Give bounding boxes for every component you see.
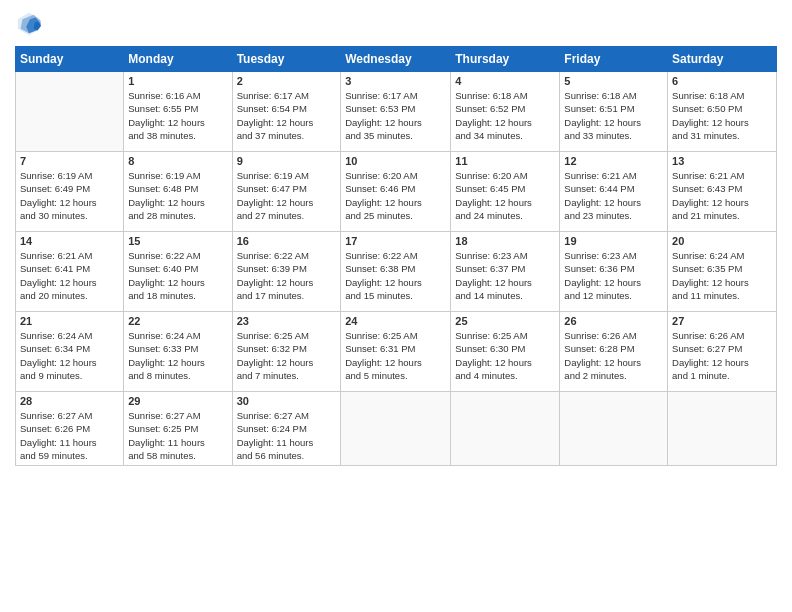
calendar-cell <box>560 392 668 466</box>
day-info: Sunrise: 6:20 AMSunset: 6:45 PMDaylight:… <box>455 169 555 222</box>
day-info: Sunrise: 6:26 AMSunset: 6:28 PMDaylight:… <box>564 329 663 382</box>
weekday-header-thursday: Thursday <box>451 47 560 72</box>
calendar-cell: 8Sunrise: 6:19 AMSunset: 6:48 PMDaylight… <box>124 152 232 232</box>
day-number: 2 <box>237 75 337 87</box>
weekday-header-tuesday: Tuesday <box>232 47 341 72</box>
calendar-cell: 5Sunrise: 6:18 AMSunset: 6:51 PMDaylight… <box>560 72 668 152</box>
day-number: 29 <box>128 395 227 407</box>
day-info: Sunrise: 6:21 AMSunset: 6:44 PMDaylight:… <box>564 169 663 222</box>
day-info: Sunrise: 6:19 AMSunset: 6:48 PMDaylight:… <box>128 169 227 222</box>
calendar-cell: 29Sunrise: 6:27 AMSunset: 6:25 PMDayligh… <box>124 392 232 466</box>
day-number: 13 <box>672 155 772 167</box>
day-number: 19 <box>564 235 663 247</box>
calendar-cell: 11Sunrise: 6:20 AMSunset: 6:45 PMDayligh… <box>451 152 560 232</box>
weekday-header-wednesday: Wednesday <box>341 47 451 72</box>
day-info: Sunrise: 6:27 AMSunset: 6:24 PMDaylight:… <box>237 409 337 462</box>
calendar-cell: 7Sunrise: 6:19 AMSunset: 6:49 PMDaylight… <box>16 152 124 232</box>
calendar-cell: 19Sunrise: 6:23 AMSunset: 6:36 PMDayligh… <box>560 232 668 312</box>
week-row-4: 21Sunrise: 6:24 AMSunset: 6:34 PMDayligh… <box>16 312 777 392</box>
day-info: Sunrise: 6:20 AMSunset: 6:46 PMDaylight:… <box>345 169 446 222</box>
day-number: 25 <box>455 315 555 327</box>
day-info: Sunrise: 6:21 AMSunset: 6:41 PMDaylight:… <box>20 249 119 302</box>
day-number: 21 <box>20 315 119 327</box>
day-number: 20 <box>672 235 772 247</box>
weekday-header-friday: Friday <box>560 47 668 72</box>
week-row-3: 14Sunrise: 6:21 AMSunset: 6:41 PMDayligh… <box>16 232 777 312</box>
day-info: Sunrise: 6:22 AMSunset: 6:38 PMDaylight:… <box>345 249 446 302</box>
day-number: 8 <box>128 155 227 167</box>
day-number: 23 <box>237 315 337 327</box>
calendar-cell: 30Sunrise: 6:27 AMSunset: 6:24 PMDayligh… <box>232 392 341 466</box>
calendar-cell: 16Sunrise: 6:22 AMSunset: 6:39 PMDayligh… <box>232 232 341 312</box>
week-row-2: 7Sunrise: 6:19 AMSunset: 6:49 PMDaylight… <box>16 152 777 232</box>
calendar-cell: 9Sunrise: 6:19 AMSunset: 6:47 PMDaylight… <box>232 152 341 232</box>
calendar-cell: 4Sunrise: 6:18 AMSunset: 6:52 PMDaylight… <box>451 72 560 152</box>
calendar-cell: 23Sunrise: 6:25 AMSunset: 6:32 PMDayligh… <box>232 312 341 392</box>
day-info: Sunrise: 6:24 AMSunset: 6:33 PMDaylight:… <box>128 329 227 382</box>
weekday-header-saturday: Saturday <box>668 47 777 72</box>
weekday-header-row: SundayMondayTuesdayWednesdayThursdayFrid… <box>16 47 777 72</box>
day-info: Sunrise: 6:22 AMSunset: 6:40 PMDaylight:… <box>128 249 227 302</box>
day-info: Sunrise: 6:24 AMSunset: 6:34 PMDaylight:… <box>20 329 119 382</box>
calendar-cell <box>451 392 560 466</box>
day-info: Sunrise: 6:25 AMSunset: 6:31 PMDaylight:… <box>345 329 446 382</box>
day-info: Sunrise: 6:27 AMSunset: 6:26 PMDaylight:… <box>20 409 119 462</box>
day-info: Sunrise: 6:18 AMSunset: 6:50 PMDaylight:… <box>672 89 772 142</box>
day-info: Sunrise: 6:26 AMSunset: 6:27 PMDaylight:… <box>672 329 772 382</box>
day-number: 3 <box>345 75 446 87</box>
calendar-cell: 12Sunrise: 6:21 AMSunset: 6:44 PMDayligh… <box>560 152 668 232</box>
day-number: 5 <box>564 75 663 87</box>
logo <box>15 10 47 38</box>
day-info: Sunrise: 6:25 AMSunset: 6:32 PMDaylight:… <box>237 329 337 382</box>
day-number: 12 <box>564 155 663 167</box>
day-number: 22 <box>128 315 227 327</box>
calendar-cell: 13Sunrise: 6:21 AMSunset: 6:43 PMDayligh… <box>668 152 777 232</box>
day-info: Sunrise: 6:23 AMSunset: 6:37 PMDaylight:… <box>455 249 555 302</box>
calendar-cell: 15Sunrise: 6:22 AMSunset: 6:40 PMDayligh… <box>124 232 232 312</box>
day-info: Sunrise: 6:19 AMSunset: 6:49 PMDaylight:… <box>20 169 119 222</box>
page: SundayMondayTuesdayWednesdayThursdayFrid… <box>0 0 792 612</box>
day-number: 24 <box>345 315 446 327</box>
day-info: Sunrise: 6:18 AMSunset: 6:51 PMDaylight:… <box>564 89 663 142</box>
day-info: Sunrise: 6:17 AMSunset: 6:54 PMDaylight:… <box>237 89 337 142</box>
calendar-cell: 26Sunrise: 6:26 AMSunset: 6:28 PMDayligh… <box>560 312 668 392</box>
calendar-cell: 21Sunrise: 6:24 AMSunset: 6:34 PMDayligh… <box>16 312 124 392</box>
day-number: 10 <box>345 155 446 167</box>
calendar-cell <box>16 72 124 152</box>
day-number: 27 <box>672 315 772 327</box>
day-number: 18 <box>455 235 555 247</box>
day-info: Sunrise: 6:25 AMSunset: 6:30 PMDaylight:… <box>455 329 555 382</box>
calendar-cell: 3Sunrise: 6:17 AMSunset: 6:53 PMDaylight… <box>341 72 451 152</box>
day-number: 17 <box>345 235 446 247</box>
week-row-5: 28Sunrise: 6:27 AMSunset: 6:26 PMDayligh… <box>16 392 777 466</box>
day-info: Sunrise: 6:17 AMSunset: 6:53 PMDaylight:… <box>345 89 446 142</box>
day-info: Sunrise: 6:18 AMSunset: 6:52 PMDaylight:… <box>455 89 555 142</box>
calendar-cell: 6Sunrise: 6:18 AMSunset: 6:50 PMDaylight… <box>668 72 777 152</box>
day-number: 7 <box>20 155 119 167</box>
day-number: 15 <box>128 235 227 247</box>
day-info: Sunrise: 6:16 AMSunset: 6:55 PMDaylight:… <box>128 89 227 142</box>
week-row-1: 1Sunrise: 6:16 AMSunset: 6:55 PMDaylight… <box>16 72 777 152</box>
day-info: Sunrise: 6:21 AMSunset: 6:43 PMDaylight:… <box>672 169 772 222</box>
day-number: 6 <box>672 75 772 87</box>
day-info: Sunrise: 6:22 AMSunset: 6:39 PMDaylight:… <box>237 249 337 302</box>
calendar-cell: 28Sunrise: 6:27 AMSunset: 6:26 PMDayligh… <box>16 392 124 466</box>
calendar-cell <box>668 392 777 466</box>
calendar-cell <box>341 392 451 466</box>
calendar-cell: 10Sunrise: 6:20 AMSunset: 6:46 PMDayligh… <box>341 152 451 232</box>
calendar-cell: 17Sunrise: 6:22 AMSunset: 6:38 PMDayligh… <box>341 232 451 312</box>
logo-icon <box>15 10 43 38</box>
day-number: 14 <box>20 235 119 247</box>
calendar-cell: 27Sunrise: 6:26 AMSunset: 6:27 PMDayligh… <box>668 312 777 392</box>
day-number: 11 <box>455 155 555 167</box>
calendar-cell: 2Sunrise: 6:17 AMSunset: 6:54 PMDaylight… <box>232 72 341 152</box>
header <box>15 10 777 38</box>
day-info: Sunrise: 6:27 AMSunset: 6:25 PMDaylight:… <box>128 409 227 462</box>
calendar-cell: 18Sunrise: 6:23 AMSunset: 6:37 PMDayligh… <box>451 232 560 312</box>
weekday-header-sunday: Sunday <box>16 47 124 72</box>
day-number: 30 <box>237 395 337 407</box>
day-number: 4 <box>455 75 555 87</box>
calendar-cell: 1Sunrise: 6:16 AMSunset: 6:55 PMDaylight… <box>124 72 232 152</box>
day-info: Sunrise: 6:24 AMSunset: 6:35 PMDaylight:… <box>672 249 772 302</box>
day-info: Sunrise: 6:19 AMSunset: 6:47 PMDaylight:… <box>237 169 337 222</box>
